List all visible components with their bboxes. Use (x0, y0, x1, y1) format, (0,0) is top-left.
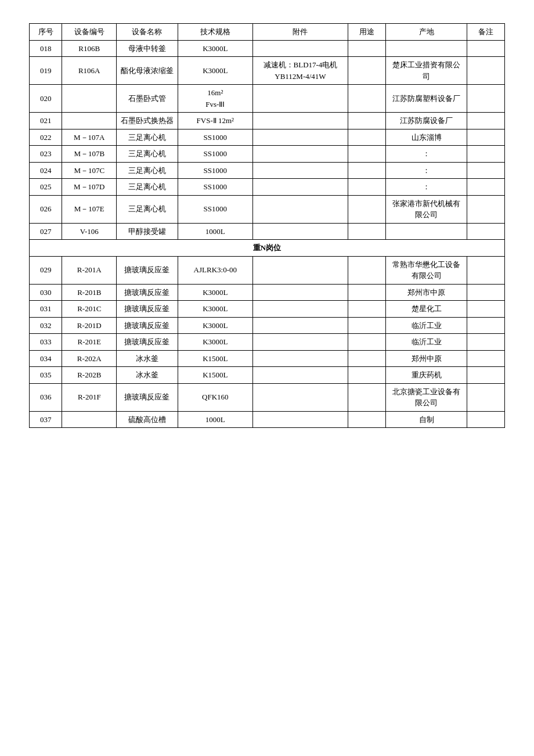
origin-cell (385, 223, 467, 240)
use-cell (348, 57, 386, 85)
note-cell (467, 40, 505, 57)
name-cell: 搪玻璃反应釜 (117, 334, 178, 351)
code-cell (62, 85, 117, 113)
attach-cell (252, 284, 348, 301)
use-cell (348, 85, 386, 113)
note-cell (467, 146, 505, 163)
spec-cell: SS1000 (178, 146, 252, 163)
spec-cell: 16m²Fvs-ⅡⅠ (178, 85, 252, 113)
code-cell: R106A (62, 57, 117, 85)
seq-cell: 037 (30, 411, 62, 428)
code-cell: M－107B (62, 146, 117, 163)
note-cell (467, 85, 505, 113)
table-row: 032R-201D搪玻璃反应釜K3000L临沂工业 (30, 317, 505, 334)
spec-cell: K3000L (178, 334, 252, 351)
origin-cell: 临沂工业 (385, 317, 467, 334)
attach-cell (252, 256, 348, 284)
seq-cell: 025 (30, 179, 62, 196)
origin-cell: 张家港市新代机械有限公司 (385, 195, 467, 223)
code-cell: M－107E (62, 195, 117, 223)
table-row: 029R-201A搪玻璃反应釜AJLRK3:0-00常熟市华懋化工设备有限公司 (30, 256, 505, 284)
name-cell: 甲醇接受罐 (117, 223, 178, 240)
header-note: 备注 (467, 24, 505, 41)
use-cell (348, 179, 386, 196)
seq-cell: 033 (30, 334, 62, 351)
name-cell: 搪玻璃反应釜 (117, 317, 178, 334)
name-cell: 冰水釜 (117, 350, 178, 367)
attach-cell: 减速机：BLD17-4电机YB112M-4/41W (252, 57, 348, 85)
note-cell (467, 284, 505, 301)
attach-cell (252, 146, 348, 163)
use-cell (348, 301, 386, 318)
attach-cell (252, 223, 348, 240)
attach-cell (252, 40, 348, 57)
use-cell (348, 195, 386, 223)
note-cell (467, 334, 505, 351)
code-cell: R106B (62, 40, 117, 57)
table-row: 031R-201C搪玻璃反应釜K3000L楚星化工 (30, 301, 505, 318)
origin-cell: 楚床工业措资有限公司 (385, 57, 467, 85)
seq-cell: 036 (30, 383, 62, 411)
note-cell (467, 367, 505, 384)
seq-cell: 018 (30, 40, 62, 57)
code-cell: M－107C (62, 162, 117, 179)
use-cell (348, 40, 386, 57)
table-row: 037硫酸高位槽1000L自制 (30, 411, 505, 428)
attach-cell (252, 195, 348, 223)
spec-cell: K3000L (178, 57, 252, 85)
spec-cell: QFK160 (178, 383, 252, 411)
origin-cell: 山东淄博 (385, 129, 467, 146)
code-cell: R-201C (62, 301, 117, 318)
use-cell (348, 284, 386, 301)
name-cell: 冰水釜 (117, 367, 178, 384)
name-cell: 三足离心机 (117, 162, 178, 179)
use-cell (348, 162, 386, 179)
seq-cell: 032 (30, 317, 62, 334)
note-cell (467, 129, 505, 146)
table-row: 035R-202B冰水釜K1500L重庆药机 (30, 367, 505, 384)
code-cell: R-201F (62, 383, 117, 411)
name-cell: 三足离心机 (117, 195, 178, 223)
table-row: 018R106B母液中转釜K3000L (30, 40, 505, 57)
table-row: 021石墨卧式换热器FVS-Ⅱ 12m²江苏防腐设备厂 (30, 113, 505, 129)
use-cell (348, 411, 386, 428)
code-cell: R-201D (62, 317, 117, 334)
name-cell: 三足离心机 (117, 146, 178, 163)
spec-cell: K1500L (178, 367, 252, 384)
spec-cell: 1000L (178, 411, 252, 428)
origin-cell: 北京搪瓷工业设备有限公司 (385, 383, 467, 411)
attach-cell (252, 411, 348, 428)
use-cell (348, 129, 386, 146)
note-cell (467, 57, 505, 85)
attach-cell (252, 113, 348, 129)
spec-cell: SS1000 (178, 129, 252, 146)
spec-cell: K1500L (178, 350, 252, 367)
origin-cell: 郑州中原 (385, 350, 467, 367)
origin-cell: 楚星化工 (385, 301, 467, 318)
header-origin: 产地 (385, 24, 467, 41)
attach-cell (252, 350, 348, 367)
seq-cell: 035 (30, 367, 62, 384)
attach-cell (252, 301, 348, 318)
spec-cell: 1000L (178, 223, 252, 240)
table-row: 027V-106甲醇接受罐1000L (30, 223, 505, 240)
use-cell (348, 367, 386, 384)
name-cell: 酯化母液浓缩釜 (117, 57, 178, 85)
name-cell: 三足离心机 (117, 129, 178, 146)
use-cell (348, 146, 386, 163)
spec-cell: SS1000 (178, 179, 252, 196)
attach-cell (252, 367, 348, 384)
spec-cell: AJLRK3:0-00 (178, 256, 252, 284)
name-cell: 硫酸高位槽 (117, 411, 178, 428)
origin-cell: 临沂工业 (385, 334, 467, 351)
origin-cell: ： (385, 162, 467, 179)
seq-cell: 024 (30, 162, 62, 179)
seq-cell: 021 (30, 113, 62, 129)
note-cell (467, 223, 505, 240)
code-cell: R-201E (62, 334, 117, 351)
note-cell (467, 317, 505, 334)
note-cell (467, 179, 505, 196)
use-cell (348, 350, 386, 367)
seq-cell: 029 (30, 256, 62, 284)
spec-cell: K3000L (178, 301, 252, 318)
